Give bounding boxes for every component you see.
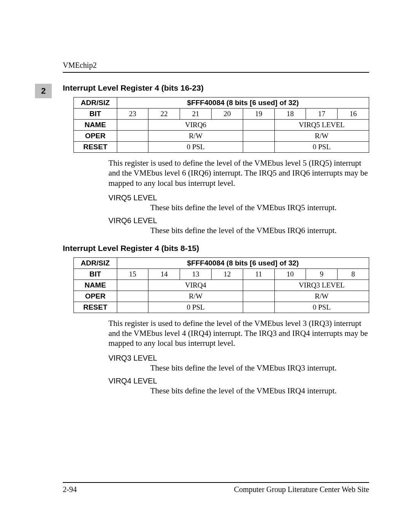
name-empty: [243, 280, 274, 291]
page-number: 2-94: [63, 485, 77, 494]
row-label-reset: RESET: [74, 302, 117, 313]
name-empty: [117, 280, 148, 291]
field-desc: These bits define the level of the VMEbu…: [150, 203, 369, 212]
bit-cell: 11: [243, 268, 274, 280]
row-label-bit: BIT: [74, 268, 117, 280]
bit-cell: 15: [117, 268, 148, 280]
name-empty: [243, 120, 274, 131]
bit-cell: 17: [306, 109, 338, 120]
adrsiz-value: $FFF40084 (8 bits [6 used] of 32): [117, 257, 369, 268]
bit-cell: 14: [148, 268, 180, 280]
reset-a: 0 PSL: [148, 302, 243, 313]
name-empty: [117, 120, 148, 131]
oper-a: R/W: [148, 131, 243, 142]
field-name: VIRQ4 LEVEL: [108, 377, 369, 385]
chapter-tab: 2: [35, 84, 52, 98]
bit-cell: 20: [212, 109, 243, 120]
row-label-adrsiz: ADR/SIZ: [74, 97, 117, 109]
footer-text: Computer Group Literature Center Web Sit…: [234, 485, 369, 494]
field-desc: These bits define the level of the VMEbu…: [150, 226, 369, 235]
reset-b: 0 PSL: [274, 142, 369, 153]
reset-a: 0 PSL: [148, 142, 243, 153]
row-label-bit: BIT: [74, 109, 117, 120]
register-table-2: ADR/SIZ $FFF40084 (8 bits [6 used] of 32…: [73, 257, 369, 313]
row-label-oper: OPER: [74, 291, 117, 302]
bit-cell: 22: [148, 109, 180, 120]
row-label-name: NAME: [74, 120, 117, 131]
reset-b: 0 PSL: [274, 302, 369, 313]
row-label-adrsiz: ADR/SIZ: [74, 257, 117, 268]
section2-title: Interrupt Level Register 4 (bits 8-15): [63, 244, 369, 253]
bit-cell: 10: [274, 268, 306, 280]
row-label-oper: OPER: [74, 131, 117, 142]
bit-cell: 8: [338, 268, 369, 280]
reset-empty: [243, 302, 274, 313]
bit-cell: 19: [243, 109, 274, 120]
name-b: VIRQ5 LEVEL: [274, 120, 369, 131]
section2-paragraph: This register is used to define the leve…: [108, 318, 369, 348]
bit-cell: 21: [180, 109, 212, 120]
name-a: VIRQ4: [148, 280, 243, 291]
name-b: VIRQ3 LEVEL: [274, 280, 369, 291]
oper-empty: [117, 131, 148, 142]
oper-empty: [117, 291, 148, 302]
reset-empty: [117, 302, 148, 313]
running-header: VMEchip2: [63, 61, 369, 70]
oper-b: R/W: [274, 291, 369, 302]
field-name: VIRQ6 LEVEL: [108, 216, 369, 225]
oper-empty: [243, 291, 274, 302]
header-rule: [63, 72, 369, 73]
bit-cell: 18: [274, 109, 306, 120]
name-a: VIRQ6: [148, 120, 243, 131]
row-label-reset: RESET: [74, 142, 117, 153]
bit-cell: 16: [338, 109, 369, 120]
reset-empty: [243, 142, 274, 153]
section1-title: Interrupt Level Register 4 (bits 16-23): [63, 83, 369, 93]
register-table-1: ADR/SIZ $FFF40084 (8 bits [6 used] of 32…: [73, 97, 369, 153]
bit-cell: 13: [180, 268, 212, 280]
bit-cell: 12: [212, 268, 243, 280]
row-label-name: NAME: [74, 280, 117, 291]
reset-empty: [117, 142, 148, 153]
footer-rule: [63, 482, 369, 483]
field-name: VIRQ3 LEVEL: [108, 354, 369, 363]
section1-paragraph: This register is used to define the leve…: [108, 158, 369, 188]
bit-cell: 9: [306, 268, 338, 280]
bit-cell: 23: [117, 109, 148, 120]
adrsiz-value: $FFF40084 (8 bits [6 used] of 32): [117, 97, 369, 109]
field-desc: These bits define the level of the VMEbu…: [150, 363, 369, 373]
oper-b: R/W: [274, 131, 369, 142]
field-name: VIRQ5 LEVEL: [108, 193, 369, 202]
field-desc: These bits define the level of the VMEbu…: [150, 386, 369, 396]
oper-a: R/W: [148, 291, 243, 302]
oper-empty: [243, 131, 274, 142]
